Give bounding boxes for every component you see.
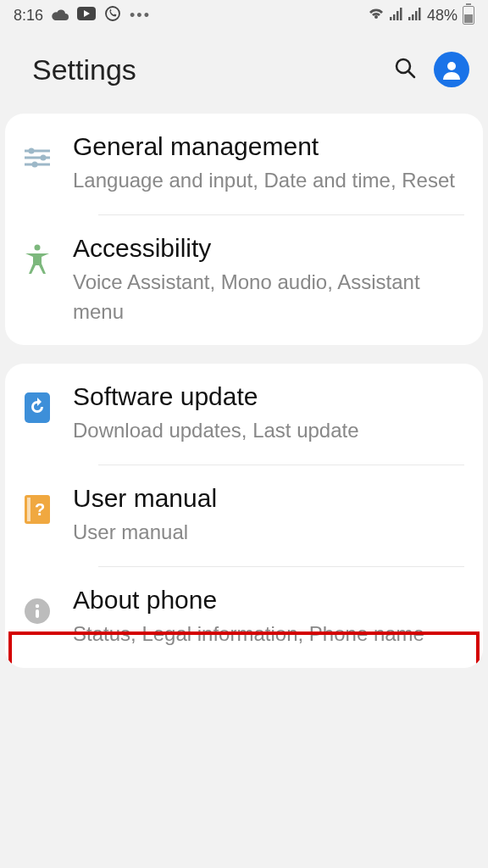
page-title: Settings: [32, 53, 136, 86]
item-general-management[interactable]: General management Language and input, D…: [5, 114, 483, 214]
item-subtitle: Voice Assistant, Mono audio, Assistant m…: [73, 268, 464, 327]
svg-point-14: [29, 148, 35, 154]
item-title: About phone: [73, 586, 464, 615]
svg-point-25: [36, 604, 39, 608]
svg-rect-2: [390, 17, 392, 20]
svg-point-12: [447, 62, 456, 70]
update-icon: [20, 391, 54, 425]
signal-icon: [390, 7, 403, 25]
item-title: General management: [73, 132, 464, 161]
svg-point-19: [35, 244, 41, 250]
settings-group-2: Software update Download updates, Last u…: [5, 364, 483, 667]
svg-rect-20: [25, 392, 50, 423]
manual-icon: ?: [20, 492, 54, 526]
whatsapp-icon: [104, 5, 121, 26]
clock: 8:16: [14, 7, 43, 25]
svg-point-16: [41, 155, 47, 161]
svg-text:?: ?: [35, 500, 45, 519]
svg-rect-9: [419, 8, 421, 20]
item-software-update[interactable]: Software update Download updates, Last u…: [5, 364, 483, 465]
svg-point-18: [32, 162, 38, 168]
svg-rect-7: [412, 14, 414, 20]
status-bar: 8:16 ••• 48%: [0, 0, 488, 31]
battery-percent: 48%: [427, 7, 458, 25]
item-user-manual[interactable]: ? User manual User manual: [98, 465, 464, 566]
svg-rect-5: [400, 8, 402, 20]
item-subtitle: Language and input, Date and time, Reset: [73, 166, 464, 196]
svg-rect-6: [408, 17, 411, 20]
svg-point-1: [106, 7, 119, 20]
item-subtitle: Download updates, Last update: [73, 416, 464, 446]
signal-icon-2: [408, 7, 422, 25]
battery-icon: [463, 6, 474, 25]
accessibility-icon: [20, 242, 54, 276]
profile-button[interactable]: [434, 52, 469, 87]
svg-rect-4: [396, 11, 399, 20]
svg-rect-3: [393, 14, 396, 20]
item-subtitle: User manual: [73, 518, 464, 548]
svg-rect-26: [36, 609, 39, 618]
wifi-icon: [368, 7, 385, 25]
more-icon: •••: [130, 7, 151, 25]
item-subtitle: Status, Legal information, Phone name: [73, 620, 464, 649]
svg-rect-8: [415, 11, 418, 20]
item-title: Accessibility: [73, 234, 464, 263]
cloud-icon: [52, 7, 69, 25]
item-title: User manual: [73, 484, 464, 513]
item-title: Software update: [73, 382, 464, 411]
youtube-icon: [77, 7, 96, 25]
sliders-icon: [20, 141, 54, 175]
svg-line-11: [408, 71, 414, 77]
header: Settings: [0, 31, 488, 108]
settings-group-1: General management Language and input, D…: [5, 114, 483, 345]
item-accessibility[interactable]: Accessibility Voice Assistant, Mono audi…: [98, 214, 464, 346]
info-icon: [20, 594, 54, 628]
svg-rect-22: [27, 498, 30, 521]
item-about-phone[interactable]: About phone Status, Legal information, P…: [98, 566, 464, 668]
search-button[interactable]: [393, 56, 417, 83]
